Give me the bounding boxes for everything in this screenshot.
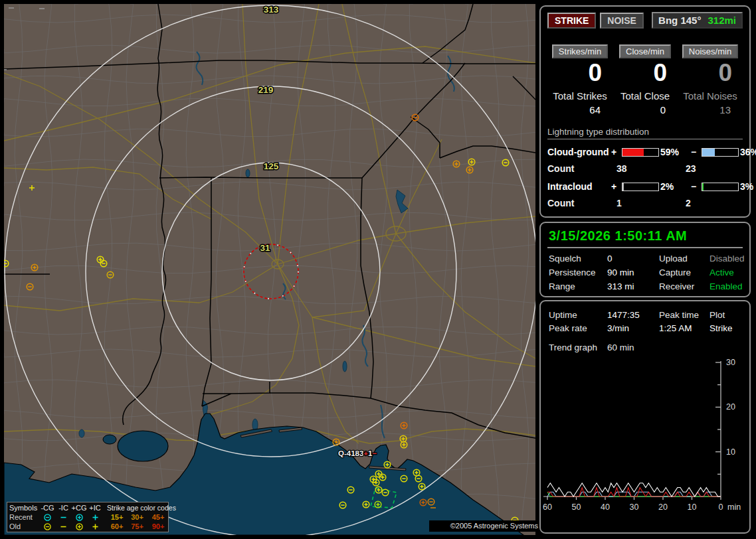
age-code-60: 60+ (107, 522, 127, 530)
cg-pos-symbol-icon (71, 513, 87, 522)
squelch-value: 0 (607, 254, 659, 264)
distribution-title: Lightning type distribution (547, 127, 743, 139)
upload-status: Disabled (709, 254, 745, 264)
uptime-row: Uptime 1477:35 Peak time Plot (547, 310, 743, 320)
status-row: Squelch 0 Upload Disabled (547, 254, 743, 264)
range-ring-label: 313 (264, 5, 279, 15)
range-value: 313 mi (607, 281, 659, 291)
close-per-min-label[interactable]: Close/min (619, 44, 671, 58)
strikes-per-min-value: 0 (547, 60, 613, 86)
copyright-label: ©2005 Astrogenic Systems (429, 520, 539, 532)
ic-pos-symbol-icon (87, 522, 103, 531)
ic-positive-pct: 2% (660, 181, 691, 192)
close-per-min-value: 0 (613, 60, 678, 86)
ic-negative-count: 2 (686, 198, 743, 208)
trend-x-unit-label: min (727, 502, 741, 512)
receiver-status: Enabled (709, 281, 743, 291)
uptime-value: 1477:35 (607, 310, 659, 320)
ic-positive-bar (622, 183, 659, 191)
range-ring-label: 31 (260, 243, 270, 253)
noise-toggle-button[interactable]: NOISE (600, 13, 644, 29)
peak-rate-value: 3/min (607, 323, 659, 333)
cg-negative-pct: 36% (740, 147, 756, 157)
legend-header-ic-neg: -IC (56, 504, 71, 512)
bearing-range-value: 312mi (708, 15, 736, 26)
storm-cell-label: Q-4183+1− (338, 449, 377, 457)
noises-per-min-value: 0 (678, 60, 743, 86)
total-noises-value: 13 (678, 104, 743, 116)
legend-row-recent: Recent 15+ 30+ 45+ (9, 512, 168, 522)
bearing-readout: Bng 145°312mi (652, 12, 743, 29)
total-close-value: 0 (613, 104, 678, 116)
age-code-75: 75+ (127, 522, 147, 530)
legend-header-cg-neg: -CG (39, 504, 56, 512)
map-symbol-legend: Symbols -CG -IC +CG +IC Strike age color… (7, 502, 169, 532)
trend-x-tick-label: 40 (601, 502, 610, 512)
trend-window-value: 60 min (607, 343, 743, 352)
trend-x-tick-label: 20 (658, 502, 668, 512)
trend-x-tick-label: 0 (719, 502, 723, 512)
cloud-ground-count-row: Count 38 23 (547, 163, 743, 174)
ic-negative-pct: 3% (740, 181, 753, 192)
statistics-panel: STRIKE NOISE Bng 145°312mi Strikes/min C… (539, 5, 751, 218)
ic-neg-symbol-icon (56, 522, 71, 531)
total-close-label: Total Close (613, 90, 678, 102)
legend-header-ic-pos: +IC (87, 504, 103, 512)
trend-series-total-strikes/min (547, 483, 721, 497)
legend-age-title: Strike age color codes (107, 504, 169, 512)
trend-x-tick-label: 60 (543, 502, 552, 512)
age-code-90: 90+ (147, 522, 169, 530)
legend-header-cg-pos: +CG (71, 504, 87, 512)
legend-row-old: Old 60+ 75+ 90+ (9, 522, 168, 531)
strike-toggle-button[interactable]: STRIKE (547, 13, 596, 29)
peak-rate-row: Peak rate 3/min 1:25 AM Strike (547, 323, 743, 333)
cg-pos-symbol-icon (71, 522, 87, 531)
intracloud-count-row: Count 1 2 (547, 198, 743, 208)
peak-time-value: 1:25 AM (659, 323, 709, 333)
cloud-ground-row: Cloud-ground + 59% − 36% (547, 147, 743, 157)
ic-negative-bar (702, 183, 739, 191)
cg-neg-symbol-icon (39, 513, 56, 522)
cg-positive-bar (622, 148, 659, 157)
noises-per-min-label[interactable]: Noises/min (682, 44, 738, 58)
trend-x-tick-label: 50 (572, 502, 581, 512)
range-ring-label: 125 (264, 161, 279, 171)
age-code-45: 45+ (147, 513, 169, 521)
range-ring-label: 219 (258, 85, 274, 95)
trend-graph-row: Trend graph 60 min (547, 343, 743, 352)
lightning-map[interactable]: 31321912531Q-4183+1− (4, 4, 535, 535)
trend-x-tick-label: 10 (688, 502, 697, 512)
ic-pos-symbol-icon (87, 513, 103, 522)
cg-positive-pct: 59% (660, 147, 691, 157)
strikes-per-min-label[interactable]: Strikes/min (552, 44, 608, 58)
persistence-value: 90 min (607, 268, 659, 277)
cg-negative-count: 23 (686, 163, 743, 174)
status-row: Persistence 90 min Capture Active (547, 268, 743, 277)
trend-y-tick-label: 20 (726, 402, 735, 412)
total-strikes-value: 64 (547, 104, 613, 116)
total-strikes-label: Total Strikes (547, 90, 613, 102)
trend-panel: Uptime 1477:35 Peak time Plot Peak rate … (539, 300, 751, 534)
capture-status: Active (709, 268, 743, 277)
trend-x-tick-label: 30 (630, 502, 639, 512)
trend-graph: 1020306050403020100min (541, 357, 752, 523)
status-panel: 3/15/2026 1:50:11 AM Squelch 0 Upload Di… (539, 222, 751, 297)
plot-header: Plot (709, 310, 743, 320)
trend-y-tick-label: 10 (726, 447, 735, 457)
cg-neg-symbol-icon (39, 522, 56, 531)
intracloud-row: Intracloud + 2% − 3% (547, 181, 743, 192)
datetime-display: 3/15/2026 1:50:11 AM (547, 227, 743, 248)
cg-negative-bar (702, 148, 739, 157)
cg-positive-count: 38 (616, 163, 686, 174)
plot-mode-value: Strike (709, 323, 743, 333)
age-code-30: 30+ (127, 513, 147, 521)
ic-positive-count: 1 (616, 198, 686, 208)
legend-header-symbols: Symbols (9, 504, 39, 512)
trend-y-tick-label: 30 (726, 358, 735, 367)
ic-neg-symbol-icon (56, 513, 71, 522)
total-noises-label: Total Noises (678, 90, 743, 102)
status-row: Range 313 mi Receiver Enabled (547, 281, 743, 291)
nexstorm-app-window: 31321912531Q-4183+1− Symbols -CG -IC +CG… (0, 0, 756, 539)
age-code-15: 15+ (107, 513, 127, 521)
